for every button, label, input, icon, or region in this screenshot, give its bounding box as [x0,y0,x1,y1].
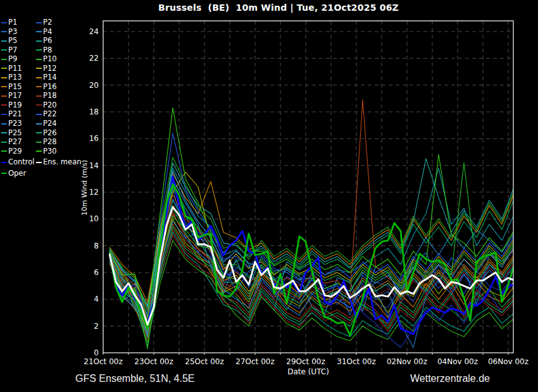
legend-item-p24: P24 [36,119,71,128]
legend-row: P15P16 [1,82,71,92]
y-tick-label: 8 [94,242,99,250]
legend-label: P10 [43,54,57,63]
legend-item-p16: P16 [36,82,71,92]
legend-row: P9P10 [1,54,71,64]
legend-label: P15 [8,82,22,91]
meteogram-page: Brussels (BE) 10m Wind | Tue, 21Oct2025 … [0,0,538,392]
legend-item-control: Control [1,157,36,167]
series-group [109,100,515,349]
grid-lines [103,21,513,353]
legend-swatch [36,86,42,87]
legend-item-p25: P25 [1,128,36,138]
legend-swatch [1,95,7,97]
y-tick-label: 24 [89,27,99,36]
legend-item-p18: P18 [36,91,71,101]
legend-label: P2 [43,18,52,27]
legend-item-p3: P3 [1,27,36,37]
legend-swatch [1,123,7,125]
y-tick-label: 10 [89,214,99,223]
legend-item-p8: P8 [36,46,71,55]
x-tick-label: 23Oct 00z [134,357,173,366]
y-tick-label: 20 [89,81,99,90]
legend-item-p21: P21 [1,109,36,119]
legend-item-p5: P5 [1,36,36,46]
legend-swatch [1,68,7,69]
legend-row: P17P18 [1,91,71,101]
legend-label: P5 [8,36,17,45]
legend-label: P23 [8,119,22,128]
y-tick-label: 4 [94,295,99,303]
legend-row: P3P4 [1,27,71,37]
legend-row: P7P8 [1,46,71,55]
legend-row: P13P14 [1,73,71,82]
y-tick-label: 2 [94,322,99,331]
x-tick-label: 21Oct 00z [84,357,122,366]
legend-label: P17 [8,92,22,101]
legend-label: P19 [8,101,22,109]
x-tick-label: 27Oct 00z [235,357,274,366]
legend-label: P6 [43,36,52,45]
legend-swatch [36,123,42,125]
x-tick-label: 04Nov 00z [437,357,478,366]
legend-swatch [36,142,42,143]
legend-row: P1P2 [1,18,71,27]
legend-item-p17: P17 [1,91,36,101]
legend-swatch [36,49,42,51]
legend-swatch [36,31,42,32]
legend-item-p14: P14 [36,73,71,82]
legend-swatch [1,114,7,115]
legend-label: P27 [8,137,22,146]
legend-label: P18 [43,92,57,101]
legend-label: P11 [8,64,22,73]
legend-row: P27P28 [1,137,71,147]
legend-label: P20 [43,101,57,109]
y-tick-label: 18 [89,107,99,116]
legend-label: P24 [43,119,57,128]
legend-swatch [1,86,7,87]
legend-item-p15: P15 [1,82,36,92]
legend-swatch [1,77,7,78]
legend-item-p11: P11 [1,64,36,73]
legend-swatch [36,40,42,42]
y-tick-label: 12 [89,188,99,197]
y-axis-label: 10m Wind (m/s) [80,160,89,216]
legend-swatch [1,150,7,152]
legend-label: P16 [43,82,57,91]
legend-swatch [1,40,7,42]
legend-item-p30: P30 [36,147,71,156]
legend-row: P25P26 [1,128,71,138]
legend-row: ControlEns. mean [1,157,71,167]
legend-swatch [36,114,42,115]
y-tick-label: 6 [94,268,99,277]
legend-swatch [36,95,42,97]
legend-item-oper: Oper [1,169,36,178]
legend-swatch [1,104,7,106]
legend-row: P21P22 [1,109,71,119]
legend-swatch [36,150,42,152]
legend-item-p28: P28 [36,137,71,147]
x-tick-label: 06Nov 00z [488,357,529,366]
legend-item-p6: P6 [36,36,71,46]
legend-item-p22: P22 [36,109,71,119]
legend-swatch [36,68,42,69]
legend-swatch [1,49,7,51]
legend-label: Control [8,157,35,166]
legend-swatch [36,132,42,133]
legend-swatch [36,77,42,78]
legend-item-p26: P26 [36,128,71,138]
legend-item-p29: P29 [1,147,36,156]
y-tick-label: 14 [89,161,99,170]
legend-swatch [1,142,7,143]
legend-label: P4 [43,27,52,36]
legend-row: P19P20 [1,101,71,110]
legend-label: P13 [8,73,22,82]
legend-label: Oper [8,169,26,178]
legend-label: P22 [43,110,57,119]
legend-swatch [1,59,7,60]
legend-swatch [1,132,7,133]
legend-label: P8 [43,46,52,54]
plot-frame [103,21,513,353]
legend-row: P23P24 [1,119,71,128]
legend-label: P26 [43,128,57,137]
legend-swatch [1,22,7,23]
